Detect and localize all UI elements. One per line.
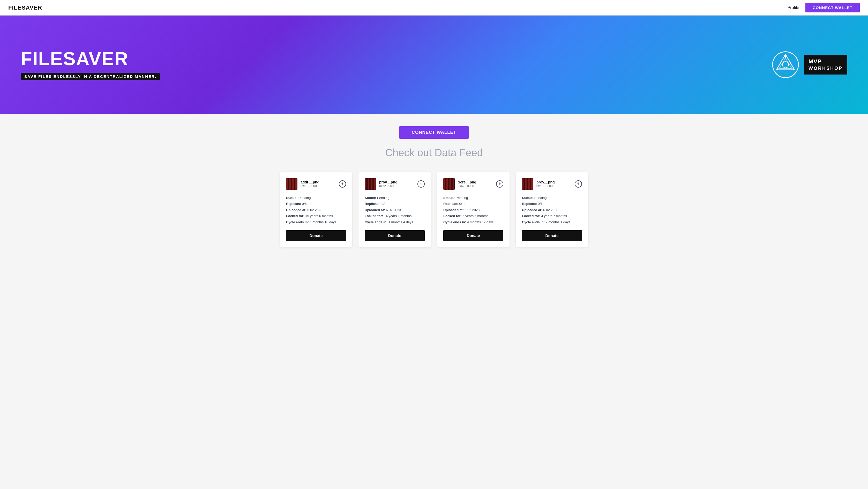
donate-button[interactable]: Donate — [365, 230, 425, 241]
card-cycle-ends-in: Cycle ends in: 1 months 4 days — [365, 219, 425, 225]
mvp-line2: WORKSHOP — [808, 65, 843, 71]
card-status: Status: Pending — [286, 195, 346, 201]
card-file-info: Scre....png 0x62...0000 — [458, 180, 476, 188]
card-address: 0x62...0000 — [301, 184, 319, 188]
card-replicas: Replicas: 0/11 — [443, 201, 503, 207]
card-header-left: prov....png 0x62...0000 — [522, 178, 555, 190]
donate-button[interactable]: Donate — [522, 230, 582, 241]
mvp-circle-logo — [771, 51, 800, 79]
profile-link[interactable]: Profile — [787, 5, 799, 10]
card-body: Status: Pending Replicas: 0/11 Uploaded … — [443, 195, 503, 225]
hero-left: FILESAVER SAVE FILES ENDLESSLY IN A DECE… — [21, 50, 160, 80]
file-thumbnail — [365, 178, 376, 190]
card-uploaded-at: Uploaded at: 6.02.2023. — [365, 207, 425, 213]
hero-section: FILESAVER SAVE FILES ENDLESSLY IN A DECE… — [0, 16, 868, 114]
hero-logo-area: MVP WORKSHOP — [771, 51, 847, 79]
card-status: Status: Pending — [522, 195, 582, 201]
mvp-text-logo: MVP WORKSHOP — [804, 55, 847, 74]
file-card: prov....png 0x62...0000 Status: Pending … — [516, 172, 588, 247]
card-header-left: Scre....png 0x62...0000 — [443, 178, 476, 190]
file-thumbnail — [443, 178, 455, 190]
data-feed-title: Check out Data Feed — [385, 147, 483, 159]
download-icon[interactable] — [575, 180, 582, 188]
card-body: Status: Pending Replicas: 0/1 Uploaded a… — [522, 195, 582, 225]
svg-point-3 — [782, 62, 788, 68]
card-file-info: addF....png 0x62...0000 — [301, 180, 319, 188]
card-address: 0x62...0000 — [458, 184, 476, 188]
card-address: 0x62...0000 — [379, 184, 398, 188]
card-header-left: prov....png 0x62...0000 — [365, 178, 398, 190]
nav-logo: FILESAVER — [8, 4, 42, 11]
download-icon[interactable] — [496, 180, 503, 188]
card-replicas: Replicas: 0/1 — [522, 201, 582, 207]
cards-container: addF....png 0x62...0000 Status: Pending … — [0, 172, 868, 257]
card-file-info: prov....png 0x62...0000 — [379, 180, 398, 188]
card-cycle-ends-in: Cycle ends in: 2 months 1 days — [522, 219, 582, 225]
download-icon[interactable] — [417, 180, 425, 188]
card-header: addF....png 0x62...0000 — [286, 178, 346, 190]
card-locked-for: Locked for: 15 years 6 months — [286, 213, 346, 219]
navbar: FILESAVER Profile CONNECT WALLET — [0, 0, 868, 16]
card-replicas: Replicas: 0/6 — [286, 201, 346, 207]
card-cycle-ends-in: Cycle ends in: 1 months 10 days — [286, 219, 346, 225]
file-card: addF....png 0x62...0000 Status: Pending … — [280, 172, 352, 247]
card-header: Scre....png 0x62...0000 — [443, 178, 503, 190]
donate-button[interactable]: Donate — [286, 230, 346, 241]
card-uploaded-at: Uploaded at: 6.02.2023. — [286, 207, 346, 213]
card-header: prov....png 0x62...0000 — [365, 178, 425, 190]
file-thumbnail — [522, 178, 533, 190]
main-connect-wallet-button[interactable]: CONNECT WALLET — [399, 126, 469, 139]
card-body: Status: Pending Replicas: 0/6 Uploaded a… — [286, 195, 346, 225]
hero-subtitle: SAVE FILES ENDLESSLY IN A DECENTRALIZED … — [21, 73, 160, 80]
card-locked-for: Locked for: 4 years 7 months — [522, 213, 582, 219]
card-file-info: prov....png 0x62...0000 — [536, 180, 555, 188]
hero-title: FILESAVER — [21, 50, 160, 68]
donate-button[interactable]: Donate — [443, 230, 503, 241]
download-icon[interactable] — [339, 180, 346, 188]
card-filename: Scre....png — [458, 180, 476, 184]
mvp-line1: MVP — [808, 58, 843, 65]
file-card: Scre....png 0x62...0000 Status: Pending … — [437, 172, 509, 247]
card-filename: addF....png — [301, 180, 319, 184]
nav-connect-wallet-button[interactable]: CONNECT WALLET — [805, 3, 860, 12]
file-card: prov....png 0x62...0000 Status: Pending … — [359, 172, 431, 247]
file-thumbnail — [286, 178, 298, 190]
card-uploaded-at: Uploaded at: 6.02.2023. — [443, 207, 503, 213]
card-address: 0x62...0000 — [536, 184, 555, 188]
card-body: Status: Pending Replicas: 0/8 Uploaded a… — [365, 195, 425, 225]
card-header: prov....png 0x62...0000 — [522, 178, 582, 190]
card-cycle-ends-in: Cycle ends in: 4 months 12 days — [443, 219, 503, 225]
card-header-left: addF....png 0x62...0000 — [286, 178, 319, 190]
card-locked-for: Locked for: 14 years 1 months — [365, 213, 425, 219]
card-locked-for: Locked for: 6 years 5 months — [443, 213, 503, 219]
card-status: Status: Pending — [443, 195, 503, 201]
card-filename: prov....png — [536, 180, 555, 184]
connect-section: CONNECT WALLET Check out Data Feed — [0, 114, 868, 172]
card-filename: prov....png — [379, 180, 398, 184]
nav-right: Profile CONNECT WALLET — [787, 3, 860, 12]
svg-marker-2 — [779, 58, 792, 68]
card-status: Status: Pending — [365, 195, 425, 201]
card-uploaded-at: Uploaded at: 6.02.2023. — [522, 207, 582, 213]
card-replicas: Replicas: 0/8 — [365, 201, 425, 207]
